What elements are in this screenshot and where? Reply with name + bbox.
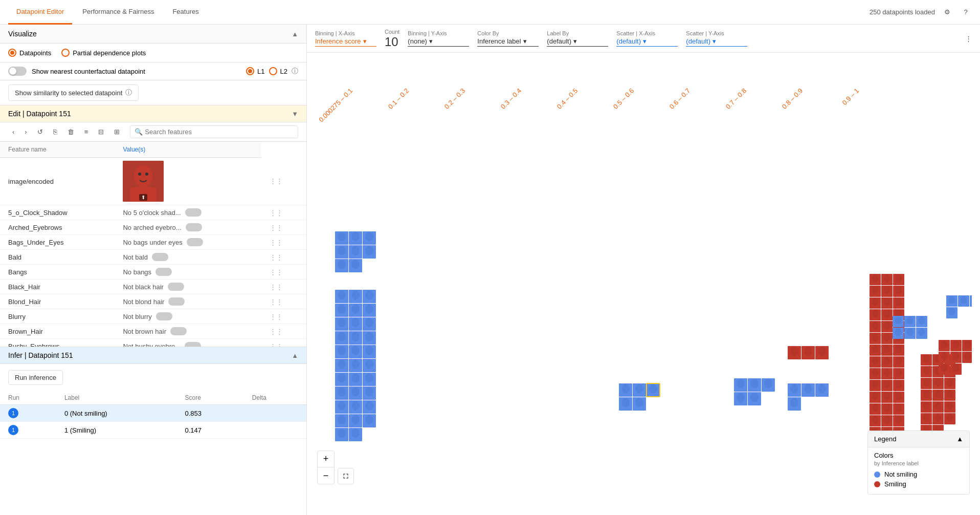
svg-point-88	[351, 246, 360, 255]
feature-table: Feature name Value(s) image/encoded	[0, 142, 306, 347]
datapoints-radio[interactable]: Datapoints	[8, 49, 51, 57]
feature-value-cell: Not bald	[115, 250, 261, 265]
svg-point-290	[941, 364, 947, 372]
next-datapoint-button[interactable]: ›	[20, 126, 31, 138]
scatter-y-select[interactable]: (default)	[686, 37, 747, 47]
svg-point-124	[790, 347, 798, 356]
feature-row-dots[interactable]: ⋮⋮	[261, 205, 306, 220]
feature-toggle[interactable]	[185, 342, 201, 347]
svg-point-294	[948, 296, 955, 304]
svg-point-200	[895, 404, 902, 412]
fullscreen-button[interactable]	[338, 468, 354, 484]
feature-toggle[interactable]	[185, 208, 202, 217]
feature-row-dots[interactable]: ⋮⋮	[261, 265, 306, 280]
l2-radio-circle	[269, 67, 277, 75]
run-inference-button[interactable]: Run inference	[8, 370, 63, 385]
feature-row-dots[interactable]: ⋮⋮	[261, 339, 306, 347]
feature-toggle[interactable]	[156, 312, 172, 320]
svg-point-206	[895, 416, 902, 423]
svg-point-108	[750, 379, 759, 388]
feature-row-dots[interactable]: ⋮⋮	[261, 250, 306, 265]
feature-row-dots[interactable]: ⋮⋮	[261, 309, 306, 324]
feature-search-input[interactable]	[145, 128, 294, 136]
feature-toggle[interactable]	[186, 223, 202, 231]
prev-datapoint-button[interactable]: ‹	[8, 126, 18, 138]
svg-point-126	[804, 347, 812, 356]
tab-performance-fairness[interactable]: Performance & Fairness	[74, 0, 162, 25]
feature-toggle[interactable]	[168, 283, 184, 291]
l1-radio[interactable]: L1	[246, 67, 264, 75]
feature-toggle[interactable]	[168, 297, 185, 306]
counterfactual-toggle[interactable]	[8, 67, 27, 76]
l-norm-help-icon[interactable]: ⓘ	[292, 67, 298, 76]
edit-expand-icon[interactable]: ▼	[292, 110, 298, 118]
feature-toggle[interactable]	[170, 327, 187, 335]
svg-point-226	[923, 355, 929, 362]
color-by-select[interactable]: Inference label	[477, 37, 539, 47]
svg-point-278	[941, 340, 947, 348]
feature-row-dots[interactable]: ⋮⋮	[261, 158, 306, 205]
binning-y-select[interactable]: (none)	[408, 37, 469, 47]
feature-search-box[interactable]: 🔍	[130, 125, 298, 138]
feature-row-dots[interactable]: ⋮⋮	[261, 280, 306, 294]
sort-asc-button[interactable]: ⊟	[94, 126, 108, 138]
zoom-in-button[interactable]: +	[318, 451, 334, 467]
sort-desc-button[interactable]: ⊞	[110, 126, 124, 138]
svg-text:0.6 – 0.7: 0.6 – 0.7	[668, 87, 692, 111]
svg-point-54	[351, 373, 360, 382]
partial-dependence-radio[interactable]: Partial dependence plots	[61, 49, 146, 57]
svg-point-186	[883, 380, 890, 388]
svg-point-288	[964, 352, 971, 360]
similarity-button[interactable]: Show similarity to selected datapoint ⓘ	[8, 84, 139, 101]
feature-row-dots[interactable]: ⋮⋮	[261, 294, 306, 309]
tab-datapoint-editor[interactable]: Datapoint Editor	[8, 0, 72, 25]
scatter-x-select[interactable]: (default)	[616, 37, 678, 47]
more-options-button[interactable]: ⋮	[965, 35, 972, 42]
feature-row-dots[interactable]: ⋮⋮	[261, 324, 306, 339]
svg-point-64	[338, 401, 346, 410]
feature-row: Brown_Hair Not brown hair ⋮⋮	[0, 324, 306, 339]
zoom-out-button[interactable]: −	[318, 467, 334, 484]
svg-text:0.1 – 0.2: 0.1 – 0.2	[387, 87, 410, 111]
svg-text:0.2 – 0.3: 0.2 – 0.3	[443, 87, 466, 111]
feature-toggle[interactable]	[152, 253, 168, 261]
svg-point-102	[621, 398, 630, 407]
feature-row-dots[interactable]: ⋮⋮	[261, 220, 306, 235]
l2-radio[interactable]: L2	[269, 67, 287, 75]
undo-button[interactable]: ↺	[33, 126, 47, 138]
svg-point-138	[883, 286, 890, 294]
binning-x-chevron	[363, 37, 367, 45]
tab-features[interactable]: Features	[164, 0, 207, 25]
svg-point-86	[338, 246, 346, 255]
svg-point-30	[351, 318, 360, 327]
feature-name-cell: Blond_Hair	[0, 294, 115, 309]
svg-point-132	[883, 274, 890, 282]
feature-toggle[interactable]	[155, 268, 172, 276]
feature-toggle[interactable]	[187, 238, 203, 246]
help-icon[interactable]: ?	[960, 6, 972, 18]
infer-results-container: Run Label Score Delta 1 0 (Not smiling) …	[0, 391, 306, 439]
svg-point-296	[960, 296, 967, 304]
svg-point-1	[134, 165, 152, 187]
infer-collapse-icon[interactable]: ▲	[292, 352, 298, 359]
svg-text:0.4 – 0.5: 0.4 – 0.5	[555, 87, 579, 111]
sort-default-button[interactable]: ≡	[80, 126, 93, 138]
feature-value-cell: No bangs	[115, 265, 261, 280]
svg-point-240	[934, 378, 941, 386]
binning-x-select[interactable]: Inference score	[315, 37, 376, 47]
legend-collapse-icon[interactable]: ▲	[956, 435, 963, 443]
feature-row-dots[interactable]: ⋮⋮	[261, 235, 306, 250]
l-norm-selector: L1 L2 ⓘ	[246, 67, 298, 76]
delete-button[interactable]: 🗑	[63, 126, 78, 138]
svg-point-98	[635, 384, 643, 393]
svg-point-146	[895, 298, 902, 306]
svg-point-80	[338, 232, 346, 241]
settings-icon[interactable]: ⚙	[941, 6, 953, 18]
svg-point-266	[895, 316, 901, 324]
svg-point-32	[365, 318, 373, 327]
scatter-x-label: Scatter | X-Axis	[616, 30, 678, 36]
svg-point-3	[145, 173, 148, 176]
visualize-collapse-icon[interactable]: ▲	[292, 30, 298, 38]
label-by-select[interactable]: (default)	[547, 37, 608, 47]
copy-button[interactable]: ⎘	[49, 126, 61, 138]
